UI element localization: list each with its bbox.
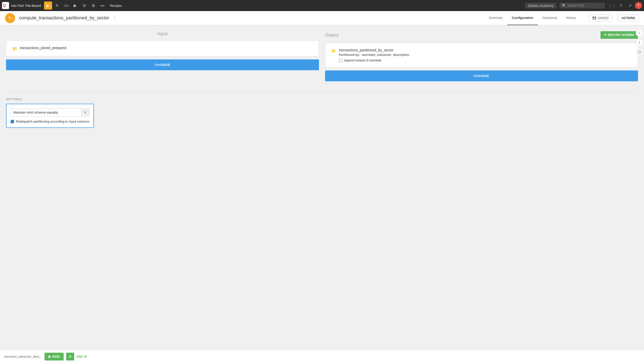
app-logo[interactable]: D <box>2 2 9 9</box>
svg-text:D: D <box>3 4 6 8</box>
run-settings-button[interactable]: ⚙ <box>66 353 74 360</box>
output-dataset-info: transactions_partitioned_by_sector Parti… <box>339 48 409 62</box>
resync-icon: ↻ <box>604 33 607 37</box>
run-label: RUN <box>53 355 60 358</box>
recipe-type-icon[interactable]: ↻ <box>5 13 15 23</box>
output-section: Output ↻ RESYNC SCHEMA 📁 transactions_pa… <box>325 31 638 81</box>
output-label: Output <box>325 32 339 38</box>
recipes-nav-btn[interactable]: Recipes <box>107 3 124 9</box>
saved-button[interactable]: 💾 SAVED! <box>589 15 612 22</box>
output-dataset-card: 📁 transactions_partitioned_by_sector Par… <box>325 43 638 67</box>
run-play-icon: ▶ <box>49 355 51 358</box>
change-output-button[interactable]: CHANGE <box>325 70 638 81</box>
user-avatar[interactable]: T <box>635 2 642 9</box>
input-dataset-icon: 📁 <box>12 46 17 51</box>
actions-button[interactable]: ACTIONS <box>618 15 639 22</box>
recipe-title: compute_transactions_partitioned_by_sect… <box>19 15 109 21</box>
tab-nav: Summary Configuration Advanced History <box>484 11 581 25</box>
input-dataset-card: 📁 transactions_joined_prepared <box>6 41 319 56</box>
schema-equality-select-wrapper: Maintain strict schema equality Accept e… <box>11 108 89 117</box>
main-content: Input 📁 transactions_joined_prepared CHA… <box>0 25 644 363</box>
dss-label: DSS ⚙ <box>77 355 87 358</box>
tab-advanced[interactable]: Advanced <box>538 11 561 25</box>
input-label: Input <box>6 31 319 37</box>
output-dataset-name: transactions_partitioned_by_sector <box>339 48 409 52</box>
resync-label: RESYNC SCHEMA <box>608 33 634 37</box>
dss-gear-icon: ⚙ <box>84 355 87 358</box>
run-button[interactable]: ▶ RUN <box>45 353 64 360</box>
right-panel: + ℹ 💬 <box>635 25 644 56</box>
input-section: Input 📁 transactions_joined_prepared CHA… <box>6 31 319 81</box>
chat-icon-btn[interactable]: 💬 <box>636 48 643 56</box>
dss-text: DSS <box>77 355 83 358</box>
top-nav: D Adv Part: File-Based ▶ ↻ </> ▶ ⊟ ⊞ •••… <box>0 0 644 11</box>
nav-right-icons: ⋮⋮ ? ↗ T <box>608 2 642 10</box>
input-dataset-info: transactions_joined_prepared <box>20 46 313 50</box>
output-top: Output ↻ RESYNC SCHEMA <box>325 31 638 39</box>
output-partitioned-meta: Partitioned by: merchant_subsector_descr… <box>339 53 409 57</box>
workspace-label: Dataiku Academy <box>525 3 556 9</box>
app-title: Adv Part: File-Based <box>11 4 41 8</box>
code-icon-btn[interactable]: </> <box>62 2 70 10</box>
plus-icon-btn[interactable]: + <box>636 29 643 37</box>
tab-configuration[interactable]: Configuration <box>507 11 538 25</box>
bottom-bar: merchant_subsector_desc... ▶ RUN ⚙ DSS ⚙ <box>0 350 644 363</box>
tab-summary[interactable]: Summary <box>484 11 507 25</box>
analytics-icon-btn[interactable]: ↗ <box>626 2 634 10</box>
settings-divider <box>6 91 638 92</box>
change-input-button[interactable]: CHANGE <box>6 59 319 70</box>
redispatch-label: Redispatch partitioning according to inp… <box>16 120 89 123</box>
refresh-icon-btn[interactable]: ↻ <box>53 2 61 10</box>
help-icon-btn[interactable]: ? <box>617 2 625 10</box>
gear-icon: ⚙ <box>69 355 72 358</box>
view-icon-btn[interactable]: ⊞ <box>89 2 97 10</box>
append-checkbox[interactable] <box>339 59 342 62</box>
redispatch-checkbox[interactable] <box>11 120 14 123</box>
save-icon: 💾 <box>592 16 596 20</box>
input-dataset-name: transactions_joined_prepared <box>20 46 313 50</box>
sync-icon: ↻ <box>8 15 12 21</box>
tab-history[interactable]: History <box>561 11 580 25</box>
flow-icon-btn[interactable]: ▶ <box>44 2 52 10</box>
more-icon-btn[interactable]: ••• <box>98 2 106 10</box>
append-row: Append instead of overwrite <box>339 59 409 62</box>
partitioned-by-value: merchant_subsector_description <box>362 53 409 57</box>
output-dataset-icon: 📁 <box>331 49 336 53</box>
partitioned-by-label: Partitioned by: <box>339 53 360 57</box>
settings-box: Maintain strict schema equality Accept e… <box>6 104 94 128</box>
run-icon-btn[interactable]: ▶ <box>71 2 79 10</box>
append-label: Append instead of overwrite <box>344 59 381 62</box>
settings-section: SETTINGS Maintain strict schema equality… <box>6 98 638 128</box>
settings-label: SETTINGS <box>6 98 638 101</box>
recipe-help-icon[interactable]: ? <box>113 16 115 20</box>
io-row: Input 📁 transactions_joined_prepared CHA… <box>6 31 638 81</box>
resync-schema-button[interactable]: ↻ RESYNC SCHEMA <box>600 31 638 39</box>
deploy-icon-btn[interactable]: ⊟ <box>80 2 88 10</box>
redispatch-row: Redispatch partitioning according to inp… <box>11 120 89 123</box>
schema-equality-select[interactable]: Maintain strict schema equality Accept e… <box>11 108 81 116</box>
search-input[interactable] <box>568 4 602 7</box>
second-bar: ↻ compute_transactions_partitioned_by_se… <box>0 11 644 25</box>
grid-icon-btn[interactable]: ⋮⋮ <box>608 2 616 10</box>
info-icon-btn[interactable]: ℹ <box>636 39 643 46</box>
bottom-status-text: merchant_subsector_desc... <box>4 355 42 358</box>
search-bar: 🔍 <box>559 3 605 9</box>
select-arrow-icon: ▼ <box>81 109 89 116</box>
search-icon: 🔍 <box>562 4 566 8</box>
saved-label: SAVED! <box>598 16 609 20</box>
